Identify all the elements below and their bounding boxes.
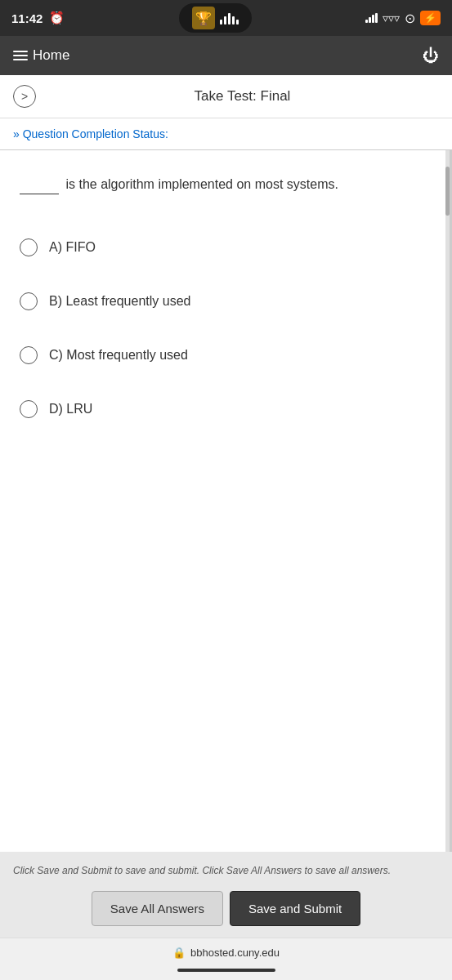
time: 11:42: [11, 11, 43, 25]
status-indicators: ▿▿▿ ⊙ ⚡: [365, 11, 441, 26]
bar-2: [224, 16, 226, 24]
radio-d[interactable]: [20, 400, 38, 418]
answer-options: A) FIFO B) Least frequently used C) Most…: [20, 224, 430, 433]
home-label: Home: [33, 47, 69, 64]
scrollbar-thumb[interactable]: [445, 167, 450, 216]
option-b[interactable]: B) Least frequently used: [20, 278, 430, 325]
option-a[interactable]: A) FIFO: [20, 224, 430, 271]
app-icon: 🏆: [192, 7, 215, 29]
top-nav: Home ⏻: [0, 36, 452, 75]
option-c[interactable]: C) Most frequently used: [20, 332, 430, 379]
page-header: > Take Test: Final: [0, 75, 452, 118]
scrollbar-track[interactable]: [445, 150, 450, 852]
main-content: is the algorithm implemented on most sys…: [0, 150, 452, 852]
radio-c[interactable]: [20, 346, 38, 364]
bar-4: [232, 16, 235, 24]
completion-status-bar[interactable]: » Question Completion Status:: [0, 118, 452, 150]
back-button[interactable]: >: [13, 85, 36, 108]
radio-a[interactable]: [20, 238, 38, 256]
option-b-label: B) Least frequently used: [49, 294, 190, 309]
bottom-indicator: [0, 964, 452, 980]
save-submit-button[interactable]: Save and Submit: [230, 891, 360, 926]
audio-bars: [220, 11, 239, 24]
status-bar: 11:42 ⏰ 🏆 ▿▿▿ ⊙ ⚡: [0, 0, 452, 36]
blank-line: [20, 194, 59, 194]
bar-3: [228, 13, 230, 24]
home-indicator-bar: [177, 969, 275, 972]
home-nav[interactable]: Home: [13, 47, 69, 64]
option-a-label: A) FIFO: [49, 240, 96, 255]
footer-hint: Click Save and Submit to save and submit…: [13, 863, 439, 878]
signal-icon: [365, 13, 378, 23]
wifi-symbol: ⊙: [405, 11, 415, 26]
url-bar: 🔒 bbhosted.cuny.edu: [0, 938, 452, 964]
option-d[interactable]: D) LRU: [20, 385, 430, 433]
time-display: 11:42 ⏰: [11, 11, 65, 25]
power-icon[interactable]: ⏻: [423, 47, 439, 65]
wifi-icon: ▿▿▿: [383, 11, 400, 24]
lock-icon: 🔒: [172, 947, 186, 959]
page-title: Take Test: Final: [46, 88, 439, 105]
bar-1: [220, 20, 222, 24]
hamburger-icon[interactable]: [13, 51, 28, 60]
center-pill: 🏆: [179, 3, 252, 33]
radio-b[interactable]: [20, 292, 38, 310]
bar-5: [236, 20, 239, 24]
question-text: is the algorithm implemented on most sys…: [20, 175, 430, 194]
footer-buttons: Save All Answers Save and Submit: [13, 891, 439, 926]
battery-icon: ⚡: [420, 11, 441, 25]
url-text: bbhosted.cuny.edu: [190, 947, 280, 959]
footer: Click Save and Submit to save and submit…: [0, 852, 452, 938]
save-all-button[interactable]: Save All Answers: [92, 891, 223, 926]
alarm-icon: ⏰: [49, 11, 65, 25]
option-c-label: C) Most frequently used: [49, 348, 188, 363]
option-d-label: D) LRU: [49, 402, 92, 416]
completion-status-label: » Question Completion Status:: [13, 127, 168, 140]
